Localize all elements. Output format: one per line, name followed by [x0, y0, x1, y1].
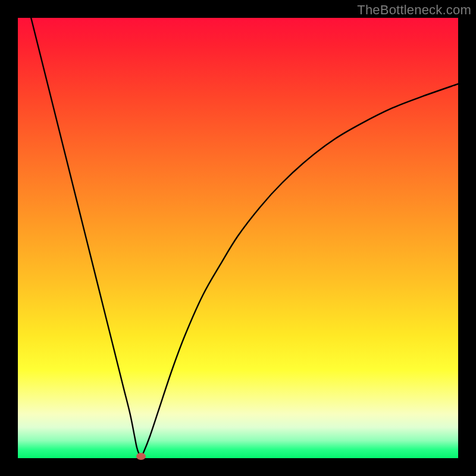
- bottleneck-curve: [31, 18, 458, 456]
- chart-frame: TheBottleneck.com: [0, 0, 476, 476]
- watermark-text: TheBottleneck.com: [357, 2, 471, 18]
- minimum-marker: [136, 453, 146, 460]
- curve-layer: [18, 18, 458, 458]
- plot-area: [18, 18, 458, 458]
